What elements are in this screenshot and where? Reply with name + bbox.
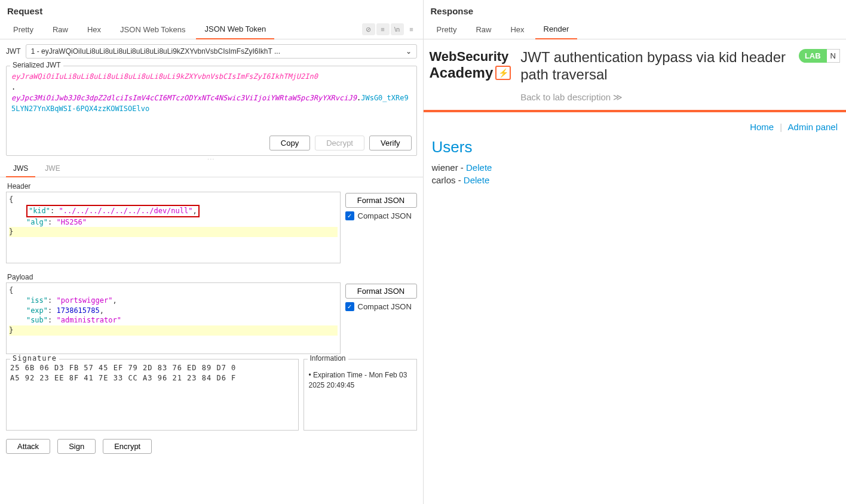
newline-icon[interactable]: \n [391, 23, 404, 35]
compact-json-payload-label: Compact JSON [358, 302, 412, 311]
jwt-dropdown[interactable]: 1 - eyJraWQiOiIuLi8uLi8uLi8uLi8uLi8uLi8u… [26, 44, 417, 59]
response-tab-raw[interactable]: Raw [467, 20, 499, 39]
compact-json-header-checkbox[interactable]: ✓ [345, 211, 354, 220]
sign-button[interactable]: Sign [57, 439, 96, 454]
payload-section-label: Payload [6, 271, 417, 282]
header-json-editor[interactable]: { "kid": "../../../../../../../dev/null"… [6, 192, 341, 263]
jwt-dropdown-value: 1 - eyJraWQiOiIuLi8uLi8uLi8uLi8uLi8uLi8u… [31, 47, 280, 56]
serialized-jwt-text[interactable]: eyJraWQiOiIuLi8uLi8uLi8uLi8uLi8uLi8uLi9k… [11, 71, 412, 131]
subtab-jws[interactable]: JWS [6, 161, 35, 177]
lab-badge-extra: N [827, 49, 840, 63]
format-json-header-button[interactable]: Format JSON [345, 193, 417, 208]
subtab-jwe[interactable]: JWE [38, 161, 67, 177]
information-label: Information [308, 354, 348, 362]
compact-json-payload-checkbox[interactable]: ✓ [345, 302, 354, 311]
information-text: • Expiration Time - Mon Feb 03 2025 20:4… [309, 370, 412, 391]
tab-hex[interactable]: Hex [79, 20, 109, 39]
nav-separator: | [780, 122, 782, 132]
tab-raw[interactable]: Raw [44, 20, 76, 39]
attack-button[interactable]: Attack [6, 439, 50, 454]
verify-button[interactable]: Verify [369, 136, 412, 150]
delete-user-link[interactable]: Delete [464, 175, 489, 185]
decrypt-button: Decrypt [315, 136, 364, 150]
tab-json-web-token[interactable]: JSON Web Token [196, 20, 274, 39]
user-row: carlos - Delete [432, 175, 838, 185]
tab-json-web-tokens[interactable]: JSON Web Tokens [112, 20, 194, 39]
lab-title: JWT authentication bypass via kid header… [520, 49, 789, 84]
response-tab-render[interactable]: Render [535, 20, 578, 39]
signature-label: Signature [10, 354, 59, 362]
serialized-jwt-label: Serialized JWT [10, 61, 63, 69]
header-section-label: Header [6, 180, 417, 192]
response-tab-hex[interactable]: Hex [502, 20, 532, 39]
request-title: Request [0, 0, 423, 20]
lab-badge: LAB [799, 49, 827, 63]
chevron-down-icon: ⌄ [406, 47, 412, 56]
payload-json-editor[interactable]: { "iss": "portswigger", "exp": 173861578… [6, 282, 341, 354]
copy-button[interactable]: Copy [269, 136, 310, 150]
response-title: Response [424, 0, 847, 20]
web-security-academy-logo: WebSecurity Academy⚡ [430, 49, 511, 81]
users-heading: Users [432, 138, 838, 156]
user-row: wiener - Delete [432, 162, 838, 173]
compact-json-header-label: Compact JSON [358, 211, 412, 220]
format-json-payload-button[interactable]: Format JSON [345, 284, 417, 299]
toggle-hidden-icon[interactable]: ⊘ [362, 23, 375, 35]
nav-home-link[interactable]: Home [750, 122, 774, 132]
jwt-label: JWT [6, 47, 21, 56]
signature-hex[interactable]: 25 6B 06 D3 FB 57 45 EF 79 2D 83 76 ED 8… [10, 363, 295, 383]
response-tabs: Pretty Raw Hex Render [424, 20, 847, 39]
response-tab-pretty[interactable]: Pretty [428, 20, 465, 39]
delete-user-link[interactable]: Delete [466, 162, 492, 173]
nav-admin-link[interactable]: Admin panel [788, 122, 838, 132]
wrap-lines-icon[interactable]: ≡ [376, 23, 390, 35]
encrypt-button[interactable]: Encrypt [103, 439, 152, 454]
tab-pretty[interactable]: Pretty [5, 20, 42, 39]
request-tabs: Pretty Raw Hex JSON Web Tokens JSON Web … [0, 20, 423, 39]
menu-icon[interactable]: ≡ [405, 23, 418, 35]
back-to-lab-link[interactable]: Back to lab description ≫ [520, 92, 789, 103]
bolt-icon: ⚡ [495, 66, 511, 80]
